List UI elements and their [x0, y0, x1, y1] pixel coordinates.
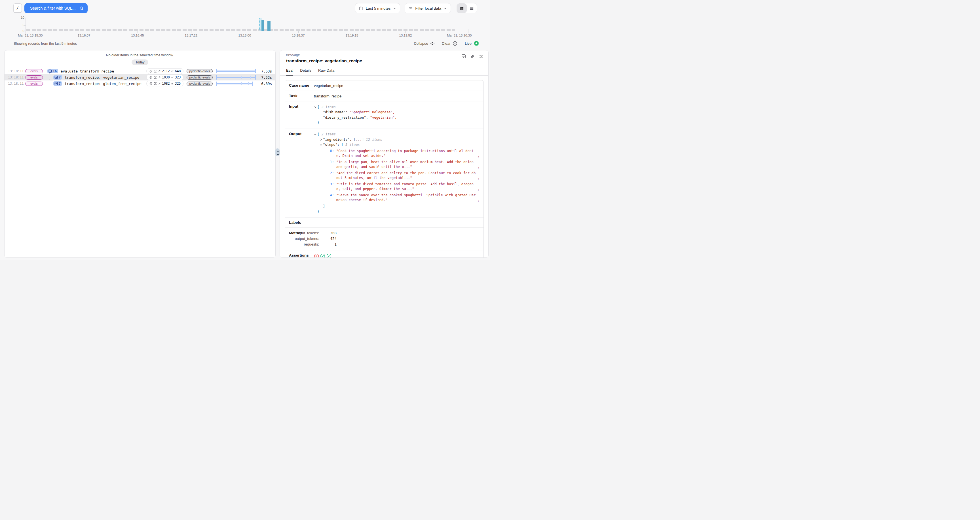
eval-detail-card: Case name vegetarian_recipe Task transfo…: [285, 80, 484, 258]
chevron-down-icon[interactable]: [314, 132, 317, 137]
evals-tag[interactable]: evals: [25, 82, 43, 86]
chevron-right-icon[interactable]: [320, 137, 323, 142]
expand-square-icon: [54, 76, 58, 79]
tree-view-button[interactable]: [457, 3, 467, 13]
clear-button[interactable]: Clear: [442, 41, 457, 46]
today-divider-pill: Today: [132, 59, 148, 65]
x-axis-label: 13:18:37: [292, 34, 305, 37]
x-axis-tickmark: [191, 31, 191, 33]
filter-label: Filter local data: [415, 6, 441, 11]
duration-bar: [216, 75, 256, 81]
duration-bar: [216, 81, 256, 87]
json-comma: ,: [477, 154, 479, 159]
histogram-selection[interactable]: [259, 18, 262, 31]
filter-local-data-dropdown[interactable]: Filter local data: [405, 3, 451, 13]
live-label: Live: [465, 41, 472, 46]
case-name-field: Case name vegetarian_recipe: [285, 81, 484, 90]
detail-panel: message transform_recipe: vegetarian_rec…: [280, 50, 488, 258]
token-usage-pill: 1082 325: [146, 81, 183, 86]
row-timestamp: 13:18:11: [8, 69, 22, 73]
json-collapsed-array[interactable]: [...]: [353, 137, 364, 142]
tab-eval[interactable]: Eval: [286, 68, 293, 76]
tab-raw-data[interactable]: Raw Data: [318, 68, 334, 75]
assertion-pass-icon[interactable]: [320, 254, 325, 258]
tab-details[interactable]: Details: [300, 68, 311, 75]
slash-shortcut-key[interactable]: /: [13, 3, 22, 13]
json-comma: ,: [477, 187, 479, 192]
x-axis-label: 13:19:52: [399, 34, 412, 37]
input-field: Input { 2 items "dish_name": "Spaghetti …: [285, 101, 484, 128]
json-key: "steps":: [323, 143, 339, 147]
list-view-button[interactable]: [467, 3, 477, 13]
json-array-entry: 0: "Cook the spaghetti according to pack…: [328, 149, 479, 159]
live-indicator-icon: [474, 41, 479, 46]
clear-label: Clear: [442, 41, 450, 46]
json-array-index: 3:: [328, 182, 334, 187]
output-tokens: 325: [175, 82, 181, 86]
x-axis-tickmark: [298, 31, 299, 33]
output-json-viewer: { 2 items "ingredients": [...] 12 items: [314, 132, 479, 215]
json-key: "dish_name":: [323, 110, 348, 115]
input-label: Input: [289, 104, 314, 108]
service-tag[interactable]: pydantic-evals: [186, 82, 213, 86]
chevron-down-icon[interactable]: [314, 105, 317, 109]
record-kind: message: [286, 53, 483, 57]
collapse-button[interactable]: Collapse: [414, 41, 434, 46]
json-item-count: 2 items: [321, 132, 336, 137]
json-string-value: "Cook the spaghetti according to package…: [336, 149, 476, 159]
evals-tag[interactable]: evals: [25, 69, 43, 73]
x-axis-label: Mar 31. 13:15:30: [18, 34, 43, 37]
coin-icon: [149, 82, 153, 85]
sigma-icon: [154, 82, 157, 85]
empty-buckets-strip[interactable]: [26, 29, 455, 31]
assertions-field: Assertions: [285, 250, 484, 258]
y-axis-stub: [24, 31, 26, 31]
trace-row[interactable]: 13:18:11 evals 16 evaluate transform_rec…: [5, 68, 275, 74]
histogram-bar[interactable]: [267, 21, 270, 31]
trace-row[interactable]: 13:18:11 evals 7 transform_recipe: glute…: [5, 81, 275, 87]
task-field: Task transform_recipe: [285, 90, 484, 101]
x-axis-label: 13:16:07: [78, 34, 91, 37]
coin-icon: [149, 70, 153, 73]
dock-panel-icon[interactable]: [461, 54, 466, 59]
span-count-badge[interactable]: 7: [53, 81, 62, 86]
span-name: transform_recipe: vegetarian_recipe: [65, 75, 139, 79]
chevron-down-icon: [444, 7, 447, 10]
chevron-down-icon[interactable]: [320, 143, 323, 147]
filter-icon: [409, 6, 413, 10]
y-axis-tick: 10: [17, 16, 24, 19]
x-axis-tickmark: [352, 31, 352, 33]
service-tag[interactable]: pydantic-evals: [186, 75, 213, 79]
panel-resize-handle[interactable]: [275, 148, 280, 156]
copy-link-icon[interactable]: [470, 54, 475, 59]
json-array-index: 0:: [328, 149, 334, 154]
metrics-label: Metrics: [289, 231, 314, 235]
input-tokens: 2112: [162, 69, 170, 73]
view-mode-toggle: [457, 3, 477, 13]
evals-tag[interactable]: evals: [25, 75, 43, 79]
calendar-icon: [359, 6, 363, 11]
live-toggle[interactable]: Live: [465, 41, 479, 46]
case-name-label: Case name: [289, 83, 314, 87]
close-icon[interactable]: [479, 54, 483, 59]
input-tokens: 1030: [162, 75, 170, 79]
json-array-entry: 1: "In a large pan, heat the olive oil o…: [328, 160, 479, 170]
json-close-brace: }: [317, 120, 319, 125]
token-usage-pill: 2112 648: [146, 68, 183, 74]
sigma-icon: [154, 70, 157, 73]
span-count-badge[interactable]: 7: [53, 75, 62, 79]
duration-text: 7.53s: [257, 75, 272, 79]
x-axis-line: [26, 31, 468, 31]
tree-view-icon: [460, 6, 464, 11]
trace-row[interactable]: 13:18:11 evals 7 transform_recipe: veget…: [5, 74, 275, 81]
y-axis-tick: 5: [17, 24, 24, 27]
assertion-pass-icon[interactable]: [326, 254, 331, 258]
expand-square-icon: [54, 82, 58, 85]
json-string-value: "Spaghetti Bolognese",: [350, 110, 395, 115]
assertion-fail-icon[interactable]: [314, 254, 319, 258]
row-timestamp: 13:18:11: [8, 75, 22, 79]
time-range-dropdown[interactable]: Last 5 minutes: [355, 3, 400, 13]
search-button[interactable]: Search & filter with SQL...: [24, 3, 88, 13]
service-tag[interactable]: pydantic-evals: [186, 69, 213, 73]
collapse-icon: [430, 41, 434, 46]
